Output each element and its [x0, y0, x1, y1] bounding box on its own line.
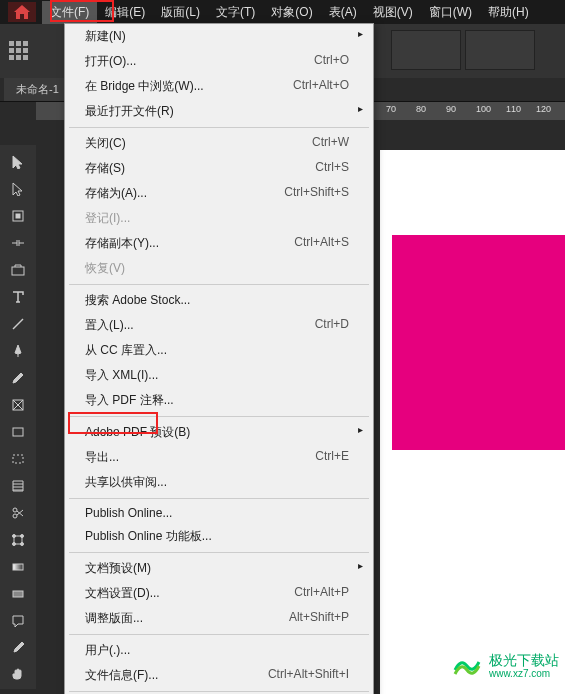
menu-item[interactable]: 打开(O)...Ctrl+O — [65, 49, 373, 74]
menu-item[interactable]: 最近打开文件(R) — [65, 99, 373, 124]
menu-item[interactable]: 文档预设(M) — [65, 556, 373, 581]
svg-point-18 — [13, 508, 17, 512]
svg-rect-17 — [13, 455, 23, 463]
svg-point-22 — [21, 535, 24, 538]
scissors-tool[interactable] — [4, 500, 32, 526]
page-tool[interactable] — [4, 203, 32, 229]
panel-box-2[interactable] — [465, 30, 535, 70]
right-toolbar-panel — [385, 24, 565, 78]
pink-rectangle-object[interactable] — [392, 235, 565, 450]
grid-icon[interactable] — [8, 40, 30, 62]
direct-selection-tool[interactable] — [4, 176, 32, 202]
svg-rect-7 — [16, 55, 21, 60]
menu-item[interactable]: 在 Bridge 中浏览(W)...Ctrl+Alt+O — [65, 74, 373, 99]
menu-item[interactable]: 导入 XML(I)... — [65, 363, 373, 388]
type-tool[interactable] — [4, 284, 32, 310]
free-transform-tool[interactable] — [4, 527, 32, 553]
menu-item[interactable]: 共享以供审阅... — [65, 470, 373, 495]
gap-tool[interactable] — [4, 230, 32, 256]
svg-rect-16 — [13, 428, 23, 436]
menu-item: 登记(I)... — [65, 206, 373, 231]
svg-rect-25 — [13, 564, 23, 570]
menu-item[interactable]: 用户(.)... — [65, 638, 373, 663]
gradient-tool[interactable] — [4, 554, 32, 580]
menu-item[interactable]: 导出...Ctrl+E — [65, 445, 373, 470]
menu-object[interactable]: 对象(O) — [263, 1, 320, 24]
menu-item[interactable]: Publish Online 功能板... — [65, 524, 373, 549]
pencil-tool[interactable] — [4, 365, 32, 391]
menu-item[interactable]: 导入 PDF 注释... — [65, 388, 373, 413]
svg-rect-4 — [16, 48, 21, 53]
pen-tool[interactable] — [4, 338, 32, 364]
menubar: 文件(F) 编辑(E) 版面(L) 文字(T) 对象(O) 表(A) 视图(V)… — [0, 0, 565, 24]
rectangle-tool[interactable] — [4, 419, 32, 445]
svg-point-24 — [21, 543, 24, 546]
menu-item[interactable]: 新建(N) — [65, 24, 373, 49]
watermark-url: www.xz7.com — [489, 668, 559, 679]
svg-rect-3 — [9, 48, 14, 53]
menu-layout[interactable]: 版面(L) — [153, 1, 208, 24]
file-menu-dropdown: 新建(N)打开(O)...Ctrl+O在 Bridge 中浏览(W)...Ctr… — [64, 23, 374, 694]
svg-rect-2 — [23, 41, 28, 46]
menu-item[interactable]: 存储为(A)...Ctrl+Shift+S — [65, 181, 373, 206]
eyedropper-tool[interactable] — [4, 635, 32, 661]
menu-item[interactable]: 文档设置(D)...Ctrl+Alt+P — [65, 581, 373, 606]
home-icon[interactable] — [8, 2, 36, 22]
tools-panel — [0, 145, 36, 689]
svg-rect-6 — [9, 55, 14, 60]
svg-rect-1 — [16, 41, 21, 46]
panel-box-1[interactable] — [391, 30, 461, 70]
svg-rect-11 — [12, 267, 24, 275]
gradient-feather-tool[interactable] — [4, 581, 32, 607]
svg-point-21 — [13, 535, 16, 538]
svg-point-19 — [13, 514, 17, 518]
canvas[interactable] — [380, 150, 565, 694]
menu-text[interactable]: 文字(T) — [208, 1, 263, 24]
menu-item[interactable]: 从 CC 库置入... — [65, 338, 373, 363]
selection-tool[interactable] — [4, 149, 32, 175]
hand-tool[interactable] — [4, 662, 32, 688]
menu-file[interactable]: 文件(F) — [42, 1, 97, 24]
watermark-title: 极光下载站 — [489, 653, 559, 668]
svg-rect-10 — [16, 214, 20, 218]
menu-help[interactable]: 帮助(H) — [480, 1, 537, 24]
document-tab[interactable]: 未命名-1 — [4, 78, 71, 101]
svg-rect-0 — [9, 41, 14, 46]
menu-item[interactable]: Adobe PDF 预设(B) — [65, 420, 373, 445]
watermark-icon — [451, 650, 483, 682]
svg-rect-8 — [23, 55, 28, 60]
polygon-tool[interactable] — [4, 446, 32, 472]
menu-item[interactable]: 调整版面...Alt+Shift+P — [65, 606, 373, 631]
content-collector-tool[interactable] — [4, 257, 32, 283]
svg-rect-5 — [23, 48, 28, 53]
menu-item[interactable]: 存储副本(Y)...Ctrl+Alt+S — [65, 231, 373, 256]
grid-tool[interactable] — [4, 473, 32, 499]
menu-item[interactable]: 关闭(C)Ctrl+W — [65, 131, 373, 156]
svg-point-23 — [13, 543, 16, 546]
menu-item[interactable]: 存储(S)Ctrl+S — [65, 156, 373, 181]
menu-table[interactable]: 表(A) — [321, 1, 365, 24]
menu-item[interactable]: 文件信息(F)...Ctrl+Alt+Shift+I — [65, 663, 373, 688]
menu-view[interactable]: 视图(V) — [365, 1, 421, 24]
menu-item[interactable]: Publish Online... — [65, 502, 373, 524]
menu-item[interactable]: 置入(L)...Ctrl+D — [65, 313, 373, 338]
note-tool[interactable] — [4, 608, 32, 634]
menu-item[interactable]: 搜索 Adobe Stock... — [65, 288, 373, 313]
watermark: 极光下载站 www.xz7.com — [451, 650, 559, 682]
menu-window[interactable]: 窗口(W) — [421, 1, 480, 24]
menu-edit[interactable]: 编辑(E) — [97, 1, 153, 24]
rectangle-frame-tool[interactable] — [4, 392, 32, 418]
svg-line-12 — [13, 319, 23, 329]
svg-rect-26 — [13, 591, 23, 597]
line-tool[interactable] — [4, 311, 32, 337]
menu-item: 恢复(V) — [65, 256, 373, 281]
